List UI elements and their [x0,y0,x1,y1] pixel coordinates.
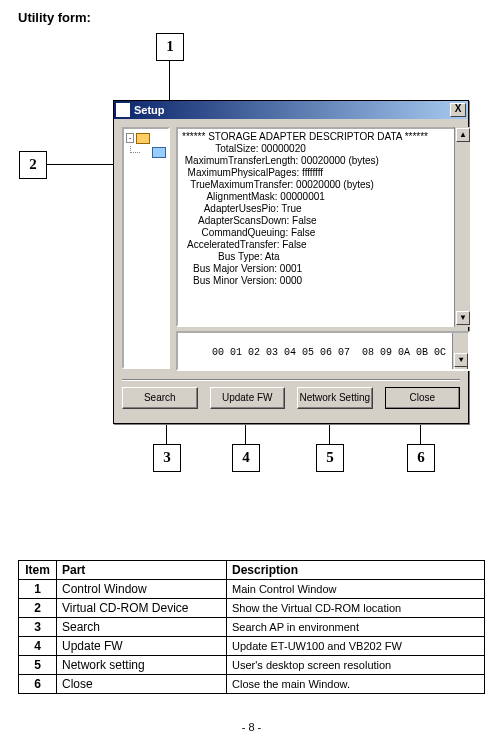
hex-header: 00 01 02 03 04 05 06 07 08 09 0A 0B 0C 0… [182,347,464,358]
description-table: Item Part Description 1 Control Window M… [18,560,485,694]
titlebar[interactable]: Setup X [114,101,468,119]
scroll-down-icon[interactable]: ▼ [456,311,470,325]
close-icon[interactable]: X [450,103,466,117]
close-button[interactable]: Close [385,387,461,409]
callout-1: 1 [156,33,184,61]
table-row: 2 Virtual CD-ROM Device Show the Virtual… [19,599,485,618]
col-part: Part [57,561,227,580]
device-tree[interactable]: - [122,127,170,369]
tree-child[interactable] [126,145,166,159]
hex-scrollbar[interactable]: ▲ ▼ [452,333,468,369]
tree-root[interactable]: - [126,131,166,145]
network-setting-button[interactable]: Network Setting [297,387,373,409]
table-header-row: Item Part Description [19,561,485,580]
setup-window: Setup X - ****** STORAGE ADAPTER DESCRIP… [113,100,469,424]
computer-icon [136,133,150,144]
table-row: 3 Search Search AP in environment [19,618,485,637]
col-item: Item [19,561,57,580]
callout-4: 4 [232,444,260,472]
search-button[interactable]: Search [122,387,198,409]
hex-panel[interactable]: 00 01 02 03 04 05 06 07 08 09 0A 0B 0C 0… [176,331,470,371]
page-number: - 8 - [0,721,503,733]
callout-3: 3 [153,444,181,472]
info-scrollbar[interactable]: ▲ ▼ [454,127,470,327]
separator [122,379,460,381]
table-row: 4 Update FW Update ET-UW100 and VB202 FW [19,637,485,656]
callout-5: 5 [316,444,344,472]
section-heading: Utility form: [18,10,485,25]
window-title: Setup [134,104,165,116]
callout-6: 6 [407,444,435,472]
table-row: 5 Network setting User's desktop screen … [19,656,485,675]
update-fw-button[interactable]: Update FW [210,387,286,409]
app-icon [116,103,130,117]
info-panel[interactable]: ****** STORAGE ADAPTER DESCRIPTOR DATA *… [176,127,470,327]
scroll-down-icon[interactable]: ▼ [454,353,468,367]
info-panel-wrap: ****** STORAGE ADAPTER DESCRIPTOR DATA *… [176,127,470,371]
callout-2: 2 [19,151,47,179]
scroll-up-icon[interactable]: ▲ [456,128,470,142]
table-row: 1 Control Window Main Control Window [19,580,485,599]
col-desc: Description [227,561,485,580]
table-row: 6 Close Close the main Window. [19,675,485,694]
drive-icon [152,147,166,158]
